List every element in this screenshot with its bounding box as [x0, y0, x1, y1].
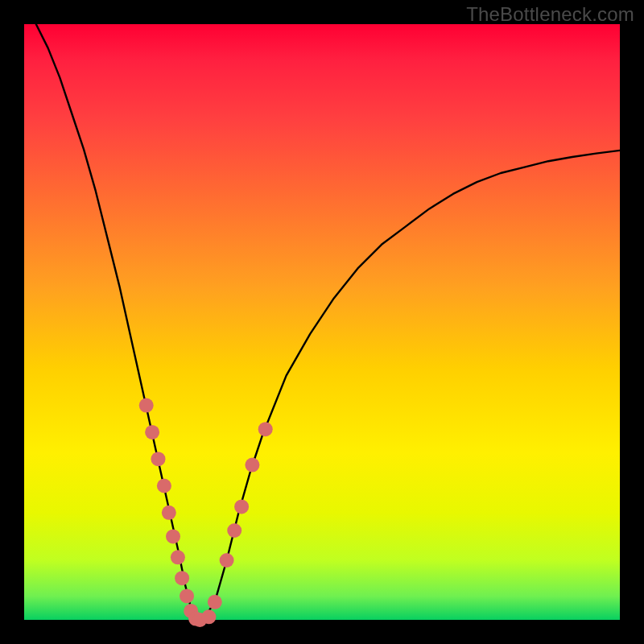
plot-area [24, 24, 620, 620]
watermark-text: TheBottleneck.com [466, 3, 634, 26]
chart-svg [24, 24, 620, 620]
highlighted-point [171, 550, 185, 564]
highlighted-point [201, 609, 216, 624]
highlighted-point [145, 425, 159, 440]
highlighted-point [151, 452, 166, 466]
bottleneck-curve [36, 24, 620, 620]
highlighted-point [166, 529, 180, 543]
highlighted-point [139, 398, 154, 413]
highlighted-point [157, 479, 171, 493]
highlighted-point [227, 523, 242, 538]
highlighted-point [162, 506, 176, 520]
highlighted-point [175, 571, 189, 585]
highlighted-point [208, 595, 222, 609]
highlighted-point [234, 499, 249, 514]
chart-frame: TheBottleneck.com [0, 0, 644, 644]
highlighted-points-group [139, 398, 273, 627]
highlighted-point [220, 553, 234, 568]
highlighted-point [180, 588, 194, 603]
highlighted-point [245, 458, 259, 473]
highlighted-point [258, 422, 273, 436]
